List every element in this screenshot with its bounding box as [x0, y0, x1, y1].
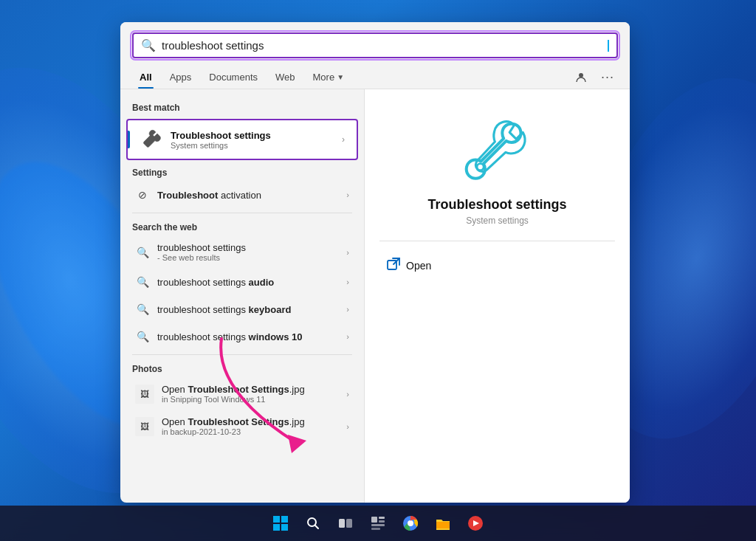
ellipsis-button[interactable]: ···: [597, 67, 618, 88]
open-button[interactable]: Open: [379, 253, 439, 278]
svg-rect-10: [346, 519, 352, 528]
photo-result-1-arrow: ›: [346, 390, 349, 399]
open-label: Open: [406, 260, 431, 272]
svg-rect-12: [379, 517, 385, 519]
svg-rect-4: [273, 516, 280, 523]
photo-result-2-arrow: ›: [346, 422, 349, 431]
photo-result-2[interactable]: 🖼 Open Troubleshoot Settings.jpgin backu…: [123, 410, 361, 442]
app-icon: [467, 515, 484, 531]
web-result-3-text: troubleshoot settings keyboard: [157, 304, 339, 315]
taskview-icon: [338, 516, 353, 531]
best-match-label: Best match: [120, 98, 364, 116]
search-panel: 🔍 troubleshoot settings All Apps Documen…: [120, 22, 630, 503]
web-result-4-text: troubleshoot settings windows 10: [157, 331, 339, 342]
photo-result-1[interactable]: 🖼 Open Troubleshoot Settings.jpgin Snipp…: [123, 378, 361, 410]
person-icon: [575, 72, 587, 83]
photos-section-label: Photos: [120, 359, 364, 377]
tab-documents[interactable]: Documents: [202, 66, 265, 89]
tab-web[interactable]: Web: [268, 66, 303, 89]
svg-rect-13: [379, 520, 385, 523]
search-web-icon-2: 🔍: [135, 275, 150, 289]
wrench-icon-overlay: [464, 115, 531, 182]
taskbar-start-button[interactable]: [266, 509, 295, 538]
circle-slash-icon: ⊘: [135, 187, 150, 202]
troubleshoot-activation-item[interactable]: ⊘ Troubleshoot activation ›: [123, 182, 361, 208]
search-web-icon-3: 🔍: [135, 302, 150, 317]
svg-point-0: [579, 73, 583, 77]
ellipsis-icon: ···: [601, 69, 614, 85]
web-result-4[interactable]: 🔍 troubleshoot settings windows 10 ›: [123, 323, 361, 350]
web-result-1-text: troubleshoot settings- See web results: [157, 242, 339, 262]
external-link-icon: [387, 258, 400, 274]
svg-rect-7: [281, 524, 288, 531]
svg-rect-9: [339, 519, 345, 528]
search-input[interactable]: troubleshoot settings: [162, 39, 602, 52]
web-result-1-arrow: ›: [346, 248, 349, 257]
right-panel-subtitle: System settings: [466, 216, 529, 226]
item-chevron-icon: ›: [346, 190, 349, 199]
taskbar-app-button[interactable]: [461, 509, 490, 538]
search-cursor: [608, 40, 609, 52]
best-match-item[interactable]: Troubleshoot settings System settings ›: [126, 119, 358, 160]
chevron-down-icon: ▼: [337, 73, 344, 81]
web-result-2-arrow: ›: [346, 278, 349, 286]
divider-1: [132, 213, 352, 213]
search-web-label: Search the web: [120, 218, 364, 235]
web-result-2[interactable]: 🔍 troubleshoot settings audio ›: [123, 269, 361, 295]
svg-rect-5: [281, 516, 288, 523]
web-result-3-arrow: ›: [346, 305, 349, 314]
taskbar-taskview-button[interactable]: [331, 509, 360, 538]
search-web-icon-4: 🔍: [135, 329, 150, 344]
web-result-3[interactable]: 🔍 troubleshoot settings keyboard ›: [123, 296, 361, 323]
photo-icon-1: 🖼: [135, 385, 154, 404]
chrome-icon: [402, 515, 419, 531]
taskbar-explorer-button[interactable]: [428, 509, 458, 538]
web-result-2-text: troubleshoot settings audio: [157, 277, 339, 288]
photo-result-1-text: Open Troubleshoot Settings.jpgin Snippin…: [162, 384, 339, 404]
search-web-icon-1: 🔍: [135, 245, 150, 260]
best-match-chevron-icon: ›: [342, 134, 345, 145]
main-content: Best match Troubleshoot settings System …: [120, 89, 630, 503]
taskbar-search-button[interactable]: [298, 509, 328, 538]
person-icon-button[interactable]: [571, 67, 591, 88]
desktop: 🔍 troubleshoot settings All Apps Documen…: [0, 0, 756, 541]
file-explorer-icon: [435, 515, 451, 531]
right-panel-divider: [379, 241, 615, 241]
settings-section-label: Settings: [120, 163, 364, 181]
troubleshoot-settings-icon: [140, 128, 163, 151]
taskbar-chrome-button[interactable]: [396, 509, 425, 538]
tab-apps[interactable]: Apps: [162, 66, 199, 89]
windows-logo-icon: [272, 515, 289, 531]
left-panel: Best match Troubleshoot settings System …: [120, 89, 364, 503]
best-match-subtitle: System settings: [171, 141, 334, 150]
tab-more[interactable]: More ▼: [306, 66, 352, 89]
photo-result-2-text: Open Troubleshoot Settings.jpgin backup-…: [162, 416, 339, 436]
search-bar-container: 🔍 troubleshoot settings: [120, 22, 630, 66]
svg-rect-6: [273, 524, 280, 531]
web-result-1[interactable]: 🔍 troubleshoot settings- See web results…: [123, 236, 361, 268]
search-taskbar-icon: [306, 516, 320, 531]
svg-point-17: [408, 520, 413, 526]
widgets-icon: [371, 516, 385, 531]
search-bar[interactable]: 🔍 troubleshoot settings: [132, 32, 618, 58]
tab-all[interactable]: All: [132, 66, 159, 89]
svg-rect-15: [371, 528, 380, 530]
taskbar: [0, 506, 756, 541]
best-match-info: Troubleshoot settings System settings: [171, 130, 334, 150]
right-panel: Troubleshoot settings System settings Op…: [364, 89, 630, 503]
divider-2: [132, 354, 352, 355]
right-panel-icon-area: [461, 111, 535, 185]
tabs-bar: All Apps Documents Web More ▼: [120, 66, 630, 89]
photo-icon-2: 🖼: [135, 417, 154, 436]
search-icon: 🔍: [141, 38, 156, 52]
svg-point-1: [477, 164, 484, 170]
taskbar-widgets-button[interactable]: [363, 509, 393, 538]
tabs-right-icons: ···: [571, 67, 618, 88]
web-result-4-arrow: ›: [346, 332, 349, 341]
svg-rect-14: [371, 524, 385, 526]
best-match-title: Troubleshoot settings: [171, 130, 334, 141]
svg-rect-11: [371, 517, 377, 523]
right-panel-title: Troubleshoot settings: [427, 197, 566, 213]
troubleshoot-activation-text: Troubleshoot activation: [157, 190, 339, 201]
